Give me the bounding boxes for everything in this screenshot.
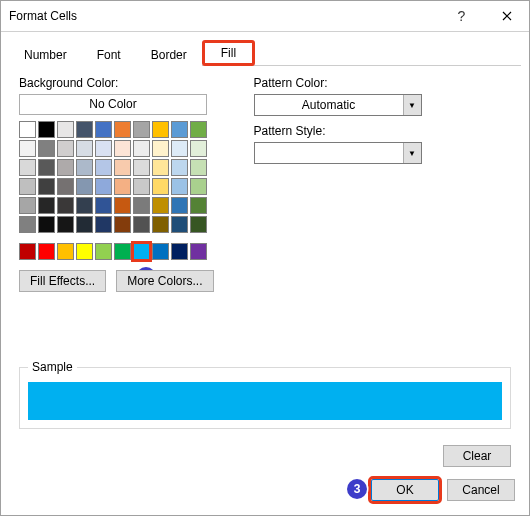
color-swatch[interactable] (19, 243, 36, 260)
color-swatch[interactable] (19, 216, 36, 233)
color-swatch[interactable] (57, 197, 74, 214)
color-swatch[interactable] (152, 197, 169, 214)
color-swatch[interactable] (171, 140, 188, 157)
sample-preview (28, 382, 502, 420)
pattern-color-select[interactable]: Automatic ▼ (254, 94, 422, 116)
color-swatch[interactable] (38, 197, 55, 214)
color-swatch[interactable] (57, 121, 74, 138)
color-swatch[interactable] (114, 243, 131, 260)
color-swatch[interactable] (57, 243, 74, 260)
color-swatch[interactable] (114, 121, 131, 138)
color-swatch[interactable] (133, 140, 150, 157)
color-swatch[interactable] (114, 159, 131, 176)
color-swatch[interactable] (133, 178, 150, 195)
color-swatch[interactable] (38, 140, 55, 157)
close-button[interactable] (484, 1, 529, 31)
annotation-badge-3: 3 (347, 479, 367, 499)
color-swatch[interactable] (38, 216, 55, 233)
color-swatch[interactable] (57, 140, 74, 157)
color-swatch[interactable] (76, 178, 93, 195)
clear-button[interactable]: Clear (443, 445, 511, 467)
color-swatch[interactable] (190, 159, 207, 176)
tab-number[interactable]: Number (9, 43, 82, 66)
color-swatch[interactable] (57, 159, 74, 176)
color-swatch[interactable] (95, 216, 112, 233)
color-swatch[interactable] (171, 243, 188, 260)
color-swatch[interactable] (38, 243, 55, 260)
sample-fieldset: Sample (19, 360, 511, 429)
more-colors-button[interactable]: More Colors... (116, 270, 213, 292)
color-swatch[interactable] (114, 197, 131, 214)
dialog-footer: 3 OK Cancel (1, 479, 529, 515)
color-swatch[interactable] (152, 159, 169, 176)
color-swatch[interactable] (38, 121, 55, 138)
color-swatch[interactable] (190, 140, 207, 157)
color-swatch[interactable] (190, 197, 207, 214)
sample-legend: Sample (28, 360, 77, 374)
theme-color-grid (19, 121, 214, 233)
color-swatch[interactable] (19, 159, 36, 176)
chevron-down-icon: ▼ (403, 143, 421, 163)
color-swatch[interactable] (76, 159, 93, 176)
color-swatch[interactable] (133, 159, 150, 176)
tab-strip: Number Font Border Fill 1 (1, 32, 529, 66)
pattern-color-label: Pattern Color: (254, 76, 422, 90)
color-swatch[interactable] (95, 159, 112, 176)
help-button[interactable]: ? (439, 1, 484, 31)
color-swatch[interactable] (133, 121, 150, 138)
color-swatch[interactable] (76, 140, 93, 157)
color-swatch[interactable] (19, 197, 36, 214)
dialog-title: Format Cells (9, 9, 439, 23)
color-swatch[interactable] (133, 197, 150, 214)
color-swatch[interactable] (76, 243, 93, 260)
ok-button[interactable]: OK (371, 479, 439, 501)
color-swatch[interactable] (152, 243, 169, 260)
tab-fill[interactable]: Fill (202, 40, 255, 66)
color-swatch[interactable] (95, 140, 112, 157)
color-swatch[interactable] (76, 197, 93, 214)
color-swatch[interactable] (95, 121, 112, 138)
color-swatch[interactable] (152, 216, 169, 233)
format-cells-dialog: Format Cells ? Number Font Border Fill 1… (0, 0, 530, 516)
standard-color-grid (19, 243, 214, 260)
color-swatch[interactable] (95, 197, 112, 214)
color-swatch[interactable] (114, 216, 131, 233)
color-swatch[interactable] (171, 197, 188, 214)
color-swatch[interactable] (114, 178, 131, 195)
color-swatch[interactable] (95, 243, 112, 260)
pattern-style-select[interactable]: ▼ (254, 142, 422, 164)
color-swatch[interactable] (19, 121, 36, 138)
color-swatch[interactable] (95, 178, 112, 195)
no-color-button[interactable]: No Color (19, 94, 207, 115)
color-swatch[interactable] (152, 178, 169, 195)
fill-effects-button[interactable]: Fill Effects... (19, 270, 106, 292)
color-swatch[interactable] (76, 121, 93, 138)
color-swatch[interactable] (57, 216, 74, 233)
color-swatch[interactable] (171, 178, 188, 195)
color-swatch[interactable] (76, 216, 93, 233)
color-swatch[interactable] (38, 178, 55, 195)
color-swatch[interactable] (190, 216, 207, 233)
color-swatch[interactable] (152, 140, 169, 157)
color-swatch[interactable] (190, 243, 207, 260)
background-color-section: Background Color: No Color 2 Fill Effect… (19, 76, 214, 292)
background-color-label: Background Color: (19, 76, 214, 90)
color-swatch[interactable] (133, 216, 150, 233)
color-swatch[interactable] (171, 159, 188, 176)
color-swatch[interactable] (19, 140, 36, 157)
color-swatch[interactable] (57, 178, 74, 195)
color-swatch[interactable] (171, 216, 188, 233)
dialog-body: Background Color: No Color 2 Fill Effect… (1, 66, 529, 479)
color-swatch[interactable] (133, 243, 150, 260)
color-swatch[interactable] (38, 159, 55, 176)
color-swatch[interactable] (152, 121, 169, 138)
cancel-button[interactable]: Cancel (447, 479, 515, 501)
tab-border[interactable]: Border (136, 43, 202, 66)
color-swatch[interactable] (190, 178, 207, 195)
color-swatch[interactable] (114, 140, 131, 157)
tab-font[interactable]: Font (82, 43, 136, 66)
color-swatch[interactable] (190, 121, 207, 138)
pattern-color-value: Automatic (255, 98, 403, 112)
color-swatch[interactable] (171, 121, 188, 138)
color-swatch[interactable] (19, 178, 36, 195)
